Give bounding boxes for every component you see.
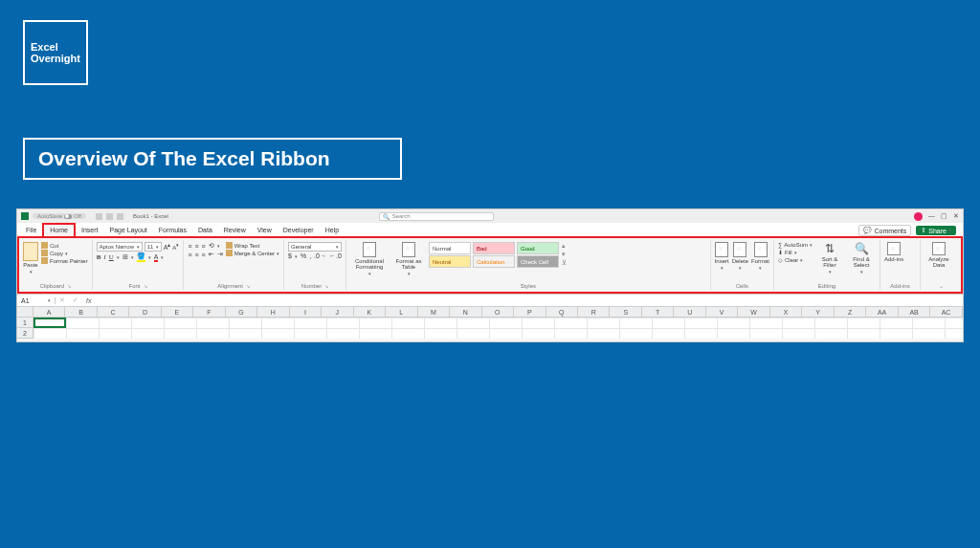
col-header[interactable]: J <box>322 307 353 318</box>
cell-style-normal[interactable]: Normal <box>429 242 471 254</box>
col-header[interactable]: S <box>610 307 641 318</box>
underline-button[interactable]: U <box>109 253 114 261</box>
format-as-table-button[interactable]: Format as Table▾ <box>391 242 426 276</box>
row-header[interactable]: 2 <box>17 328 33 339</box>
styles-more-icon[interactable]: ⊻ <box>562 259 567 267</box>
comma-format-button[interactable]: , <box>309 252 311 259</box>
font-color-button[interactable]: A <box>154 253 159 262</box>
font-size-selector[interactable]: 11▾ <box>145 242 162 252</box>
dialog-launcher-icon[interactable]: ↘ <box>324 283 328 289</box>
tab-help[interactable]: Help <box>320 225 345 236</box>
col-header[interactable]: X <box>770 307 802 318</box>
col-header[interactable]: A <box>33 307 65 318</box>
col-header[interactable]: D <box>129 307 161 318</box>
decrease-decimal-button[interactable]: ←.0 <box>329 252 342 259</box>
col-header[interactable]: N <box>450 307 481 318</box>
conditional-formatting-button[interactable]: Conditional Formatting▾ <box>350 242 389 276</box>
cell-style-bad[interactable]: Bad <box>473 242 515 254</box>
undo-icon[interactable] <box>106 213 113 220</box>
col-header[interactable]: P <box>514 307 546 318</box>
col-header[interactable]: L <box>386 307 417 318</box>
col-header[interactable]: AB <box>899 307 930 318</box>
cancel-formula-icon[interactable]: ✕ <box>56 296 69 304</box>
italic-button[interactable]: I <box>103 253 105 261</box>
col-header[interactable]: V <box>706 307 738 318</box>
clear-button[interactable]: ◇Clear▾ <box>778 256 813 263</box>
bold-button[interactable]: B <box>97 253 101 261</box>
cut-button[interactable]: Cut <box>41 242 88 249</box>
addins-button[interactable]: Add-ins <box>884 242 903 262</box>
cell-style-check-cell[interactable]: Check Cell <box>517 255 559 268</box>
col-header[interactable]: T <box>642 307 674 318</box>
select-all-corner[interactable] <box>17 307 33 318</box>
tab-developer[interactable]: Developer <box>278 225 320 236</box>
copy-button[interactable]: Copy▾ <box>41 250 88 256</box>
name-box[interactable]: A1▾ <box>17 297 56 304</box>
col-header[interactable]: W <box>738 307 769 318</box>
format-cells-button[interactable]: Format▾ <box>751 242 769 271</box>
align-bottom-button[interactable]: ≡ <box>202 243 206 250</box>
autosave-toggle[interactable]: AutoSave Off <box>33 213 86 219</box>
tab-file[interactable]: File <box>20 225 42 236</box>
accounting-format-button[interactable]: $ <box>288 252 292 259</box>
cell-style-good[interactable]: Good <box>517 242 559 254</box>
enter-formula-icon[interactable]: ✓ <box>69 296 82 304</box>
increase-indent-button[interactable]: ⇥ <box>217 251 223 258</box>
dialog-launcher-icon[interactable]: ↘ <box>144 283 147 289</box>
search-box[interactable]: 🔍 Search <box>379 212 494 221</box>
analyze-data-button[interactable]: Analyze Data <box>924 242 953 268</box>
styles-scroll-up-icon[interactable]: ▴ <box>562 242 567 250</box>
col-header[interactable]: B <box>65 307 97 318</box>
col-header[interactable]: U <box>674 307 705 318</box>
align-top-button[interactable]: ≡ <box>188 243 191 250</box>
close-icon[interactable]: ✕ <box>953 212 959 220</box>
sort-filter-button[interactable]: ⇅Sort & Filter▾ <box>815 242 844 274</box>
col-header[interactable]: M <box>418 307 450 318</box>
autosum-button[interactable]: ∑AutoSum▾ <box>778 242 813 248</box>
number-format-selector[interactable]: General▾ <box>288 242 342 252</box>
row-header[interactable]: 1 <box>17 318 33 328</box>
tab-home[interactable]: Home <box>42 223 76 236</box>
maximize-icon[interactable]: ▢ <box>941 212 947 220</box>
col-header[interactable]: AC <box>930 307 962 318</box>
account-avatar[interactable] <box>914 212 923 221</box>
cell-style-calculation[interactable]: Calculation <box>473 255 515 268</box>
grow-font-button[interactable]: A▴ <box>164 242 171 252</box>
col-header[interactable]: Q <box>546 307 578 318</box>
fx-icon[interactable]: fx <box>82 297 95 304</box>
tab-page-layout[interactable]: Page Layout <box>103 225 152 236</box>
col-header[interactable]: AA <box>866 307 898 318</box>
merge-center-button[interactable]: Merge & Center▾ <box>226 250 279 256</box>
delete-cells-button[interactable]: Delete▾ <box>732 242 748 271</box>
col-header[interactable]: O <box>482 307 514 318</box>
col-header[interactable]: Y <box>802 307 834 318</box>
borders-button[interactable]: ⊞ <box>122 253 128 261</box>
orientation-button[interactable]: ⟲ <box>209 242 214 250</box>
increase-decimal-button[interactable]: .0→ <box>314 252 326 259</box>
collapse-ribbon-icon[interactable]: ⌄ <box>939 282 944 289</box>
col-header[interactable]: Z <box>835 307 866 318</box>
col-header[interactable]: K <box>354 307 386 318</box>
col-header[interactable]: R <box>578 307 610 318</box>
paste-button[interactable]: Paste ▾ <box>23 242 38 274</box>
align-middle-button[interactable]: ≡ <box>194 243 198 250</box>
minimize-icon[interactable]: — <box>928 212 935 220</box>
decrease-indent-button[interactable]: ⇤ <box>209 251 214 258</box>
font-name-selector[interactable]: Aptos Narrow▾ <box>97 242 143 252</box>
tab-insert[interactable]: Insert <box>76 225 104 236</box>
tab-formulas[interactable]: Formulas <box>153 225 192 236</box>
find-select-button[interactable]: 🔍Find & Select▾ <box>847 242 876 274</box>
align-right-button[interactable]: ≡ <box>202 252 206 258</box>
col-header[interactable]: F <box>193 307 225 318</box>
col-header[interactable]: I <box>290 307 322 318</box>
insert-cells-button[interactable]: Insert▾ <box>715 242 729 271</box>
redo-icon[interactable] <box>117 213 123 220</box>
fill-color-button[interactable]: 🪣 <box>137 252 145 262</box>
fill-button[interactable]: ⬇Fill▾ <box>778 249 813 255</box>
tab-data[interactable]: Data <box>192 225 218 236</box>
col-header[interactable]: C <box>98 307 129 318</box>
format-painter-button[interactable]: Format Painter <box>41 257 88 264</box>
tab-view[interactable]: View <box>252 225 278 236</box>
share-button[interactable]: ⇪ Share ▾ <box>916 226 956 235</box>
save-icon[interactable] <box>96 213 102 220</box>
